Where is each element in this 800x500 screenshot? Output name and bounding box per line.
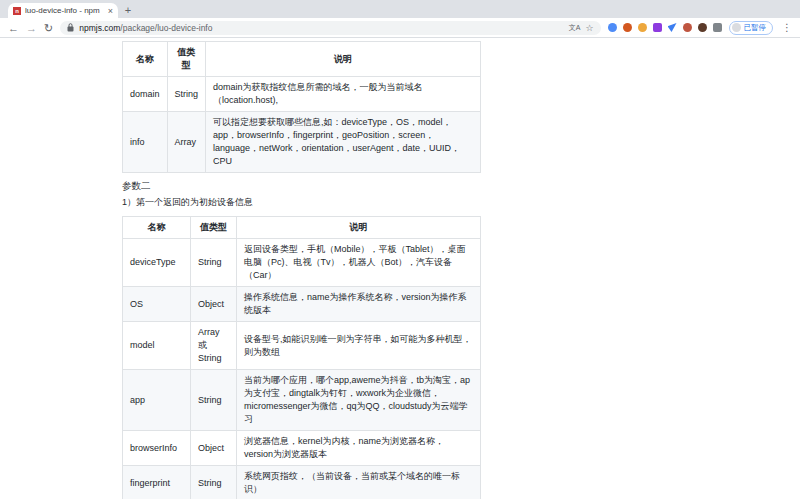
table-cell: Object bbox=[191, 287, 237, 322]
tab-close-icon[interactable]: × bbox=[108, 6, 113, 16]
forward-icon[interactable]: → bbox=[26, 18, 37, 38]
table-row: domainStringdomain为获取指纹信息所需的域名，一般为当前域名（l… bbox=[123, 77, 481, 112]
table-cell: deviceType bbox=[123, 239, 191, 287]
table-cell: Object bbox=[191, 431, 237, 466]
browser-menu-icon[interactable]: ⋮ bbox=[780, 22, 792, 33]
table-row: appString当前为哪个应用，哪个app,aweme为抖音，tb为淘宝，ap… bbox=[123, 370, 481, 431]
table-header-row: 名称值类型说明 bbox=[123, 42, 481, 77]
table-row: browserInfoObject浏览器信息，kernel为内核，name为浏览… bbox=[123, 431, 481, 466]
table-cell: 设备型号,如能识别唯一则为字符串，如可能为多种机型，则为数组 bbox=[237, 322, 481, 370]
extension-blue-circle-icon[interactable] bbox=[608, 23, 617, 32]
table-cell: String bbox=[167, 77, 206, 112]
browser-toolbar: ← → ↻ npmjs.com/package/luo-device-info … bbox=[0, 18, 800, 38]
table-cell: domain bbox=[123, 77, 168, 112]
table-cell: app bbox=[123, 370, 191, 431]
section-line: 1）第一个返回的为初始设备信息 bbox=[122, 196, 481, 209]
table-row: infoArray可以指定想要获取哪些信息,如：deviceType，OS，mo… bbox=[123, 112, 481, 173]
sync-paused-label: 已暂停 bbox=[744, 23, 767, 33]
extension-dark-bird-icon[interactable] bbox=[698, 23, 707, 32]
column-header: 说明 bbox=[237, 217, 481, 239]
table-cell: 操作系统信息，name为操作系统名称，version为操作系统版本 bbox=[237, 287, 481, 322]
table-cell: 可以指定想要获取哪些信息,如：deviceType，OS，model，app，b… bbox=[206, 112, 481, 173]
data-table: 名称值类型说明deviceTypeString返回设备类型，手机（Mobile）… bbox=[122, 216, 481, 499]
avatar bbox=[732, 23, 741, 32]
table-cell: 浏览器信息，kernel为内核，name为浏览器名称，version为浏览器版本 bbox=[237, 431, 481, 466]
url-path: /package/luo-device-info bbox=[120, 23, 212, 33]
table-cell: String bbox=[191, 466, 237, 500]
extension-red-badge-icon[interactable] bbox=[683, 23, 692, 32]
params-table-2: 名称值类型说明deviceTypeString返回设备类型，手机（Mobile）… bbox=[122, 216, 481, 499]
tab-title: luo-device-info - npm bbox=[25, 6, 104, 15]
url-text: npmjs.com/package/luo-device-info bbox=[79, 23, 564, 33]
browser-tab[interactable]: n luo-device-info - npm × bbox=[8, 3, 118, 18]
column-header: 值类型 bbox=[167, 42, 206, 77]
extension-purple-square-icon[interactable] bbox=[653, 23, 662, 32]
bookmark-star-icon[interactable]: ☆ bbox=[585, 23, 593, 33]
extensions-bar bbox=[608, 23, 722, 32]
column-header: 值类型 bbox=[191, 217, 237, 239]
page-content: 名称值类型说明domainStringdomain为获取指纹信息所需的域名，一般… bbox=[0, 38, 800, 499]
table-cell: info bbox=[123, 112, 168, 173]
column-header: 说明 bbox=[206, 42, 481, 77]
extension-puzzle-icon[interactable] bbox=[713, 23, 722, 32]
table-cell: OS bbox=[123, 287, 191, 322]
address-bar[interactable]: npmjs.com/package/luo-device-info 文A ☆ bbox=[60, 21, 600, 35]
back-icon[interactable]: ← bbox=[8, 18, 19, 38]
new-tab-button[interactable]: + bbox=[118, 3, 138, 18]
npm-favicon-icon: n bbox=[13, 7, 21, 15]
table-cell: model bbox=[123, 322, 191, 370]
table-cell: Array 或 String bbox=[191, 322, 237, 370]
table-row: modelArray 或 String设备型号,如能识别唯一则为字符串，如可能为… bbox=[123, 322, 481, 370]
reload-icon[interactable]: ↻ bbox=[44, 18, 53, 38]
extension-amber-circle-icon[interactable] bbox=[638, 23, 647, 32]
translate-icon[interactable]: 文A bbox=[569, 23, 581, 33]
table-row: OSObject操作系统信息，name为操作系统名称，version为操作系统版… bbox=[123, 287, 481, 322]
table-header-row: 名称值类型说明 bbox=[123, 217, 481, 239]
table-cell: 返回设备类型，手机（Mobile），平板（Tablet），桌面电脑（Pc)、电视… bbox=[237, 239, 481, 287]
table-row: deviceTypeString返回设备类型，手机（Mobile），平板（Tab… bbox=[123, 239, 481, 287]
profile-sync-paused-chip[interactable]: 已暂停 bbox=[729, 21, 774, 35]
params-table-1: 名称值类型说明domainStringdomain为获取指纹信息所需的域名，一般… bbox=[122, 41, 481, 173]
table-cell: 当前为哪个应用，哪个app,aweme为抖音，tb为淘宝，ap为支付宝，ding… bbox=[237, 370, 481, 431]
url-domain: npmjs.com bbox=[79, 23, 120, 33]
section-heading: 参数二 bbox=[122, 180, 481, 193]
table-cell: browserInfo bbox=[123, 431, 191, 466]
tab-strip: n luo-device-info - npm × + bbox=[0, 0, 800, 18]
lock-icon bbox=[67, 23, 74, 32]
readme-section: 名称值类型说明domainStringdomain为获取指纹信息所需的域名，一般… bbox=[122, 38, 481, 499]
table-row: fingerprintString系统网页指纹，（当前设备，当前或某个域名的唯一… bbox=[123, 466, 481, 500]
table-cell: String bbox=[191, 370, 237, 431]
extension-orange-eye-icon[interactable] bbox=[623, 23, 632, 32]
data-table: 名称值类型说明domainStringdomain为获取指纹信息所需的域名，一般… bbox=[122, 41, 481, 173]
column-header: 名称 bbox=[123, 42, 168, 77]
table-cell: Array bbox=[167, 112, 206, 173]
table-cell: fingerprint bbox=[123, 466, 191, 500]
table-cell: domain为获取指纹信息所需的域名，一般为当前域名（location.host… bbox=[206, 77, 481, 112]
column-header: 名称 bbox=[123, 217, 191, 239]
table-cell: String bbox=[191, 239, 237, 287]
table-cell: 系统网页指纹，（当前设备，当前或某个域名的唯一标识） bbox=[237, 466, 481, 500]
extension-blue-plane-icon[interactable] bbox=[668, 23, 677, 32]
